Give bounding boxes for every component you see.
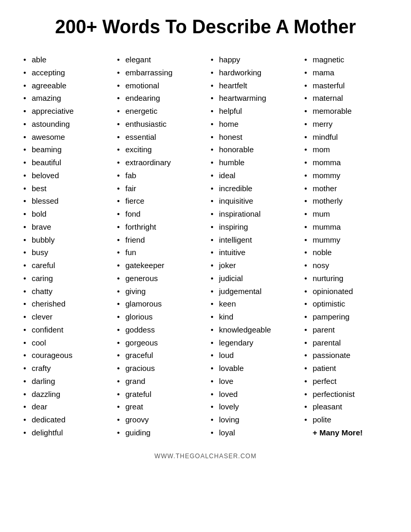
list-item: optimistic xyxy=(304,298,388,311)
word-list-col2: elegantembarrassingemotionalendearingene… xyxy=(117,54,200,440)
list-item: heartfelt xyxy=(211,79,294,92)
list-item: enthusiastic xyxy=(117,118,200,131)
list-item: forthright xyxy=(117,221,200,234)
list-item: delightful xyxy=(23,427,107,440)
word-columns: ableacceptingagreeableamazingappreciativ… xyxy=(21,54,390,440)
list-item: beaming xyxy=(23,143,107,156)
list-item: careful xyxy=(23,259,107,272)
list-item: happy xyxy=(211,54,294,66)
list-item: confident xyxy=(23,324,107,337)
page-title: 200+ Words To Describe A Mother xyxy=(21,16,390,38)
list-item: beloved xyxy=(23,169,107,182)
word-column-col2: elegantembarrassingemotionalendearingene… xyxy=(114,54,203,440)
list-item: exciting xyxy=(117,143,200,156)
list-item: chatty xyxy=(23,285,107,298)
list-item: accepting xyxy=(23,66,107,79)
list-item: extraordinary xyxy=(117,156,200,169)
list-item: mindful xyxy=(304,131,388,144)
list-item: perfectionist xyxy=(304,388,388,401)
list-item: glorious xyxy=(117,311,200,324)
list-item: embarrassing xyxy=(117,66,200,79)
list-item: pampering xyxy=(304,311,388,324)
list-item: maternal xyxy=(304,92,388,105)
list-item: gatekeeper xyxy=(117,259,200,272)
list-item: perfect xyxy=(304,375,388,388)
list-item: generous xyxy=(117,272,200,285)
word-column-col4: magneticmamamasterfulmaternalmemorableme… xyxy=(302,54,390,440)
list-item: beautiful xyxy=(23,156,107,169)
list-item: merry xyxy=(304,118,388,131)
list-item: joker xyxy=(211,259,294,272)
list-item: parental xyxy=(304,337,388,350)
word-list-col4: magneticmamamasterfulmaternalmemorableme… xyxy=(304,54,388,427)
list-item: friend xyxy=(117,234,200,247)
list-item: polite xyxy=(304,414,388,427)
list-item: parent xyxy=(304,324,388,337)
list-item: essential xyxy=(117,131,200,144)
list-item: intuitive xyxy=(211,246,294,259)
list-item: opinionated xyxy=(304,285,388,298)
list-item: memorable xyxy=(304,105,388,118)
list-item: mumma xyxy=(304,221,388,234)
list-item: goddess xyxy=(117,324,200,337)
list-item: loving xyxy=(211,414,294,427)
list-item: fair xyxy=(117,182,200,195)
list-item: glamorous xyxy=(117,298,200,311)
list-item: cool xyxy=(23,337,107,350)
word-column-col3: happyhardworkingheartfeltheartwarminghel… xyxy=(208,54,297,440)
list-item: appreciative xyxy=(23,105,107,118)
list-item: bold xyxy=(23,208,107,221)
list-item: judgemental xyxy=(211,285,294,298)
list-item: courageous xyxy=(23,349,107,362)
list-item: legendary xyxy=(211,337,294,350)
list-item: grand xyxy=(117,375,200,388)
list-item: knowledgeable xyxy=(211,324,294,337)
list-item: emotional xyxy=(117,79,200,92)
list-item: endearing xyxy=(117,92,200,105)
list-item: motherly xyxy=(304,195,388,208)
list-item: love xyxy=(211,375,294,388)
list-item: great xyxy=(117,401,200,414)
list-item: able xyxy=(23,54,107,66)
list-item: guiding xyxy=(117,427,200,440)
list-item: mommy xyxy=(304,169,388,182)
word-list-col1: ableacceptingagreeableamazingappreciativ… xyxy=(23,54,107,440)
list-item: inspiring xyxy=(211,221,294,234)
list-item: fond xyxy=(117,208,200,221)
list-item: honorable xyxy=(211,143,294,156)
list-item: inspirational xyxy=(211,208,294,221)
list-item: pleasant xyxy=(304,401,388,414)
footer-text: WWW.THEGOALCHASER.COM xyxy=(21,453,390,460)
list-item: dazzling xyxy=(23,388,107,401)
list-item: mother xyxy=(304,182,388,195)
list-item: inquisitive xyxy=(211,195,294,208)
list-item: mummy xyxy=(304,234,388,247)
list-item: caring xyxy=(23,272,107,285)
list-item: groovy xyxy=(117,414,200,427)
list-item: incredible xyxy=(211,182,294,195)
list-item: astounding xyxy=(23,118,107,131)
list-item: helpful xyxy=(211,105,294,118)
list-item: fun xyxy=(117,246,200,259)
list-item: mama xyxy=(304,66,388,79)
list-item: clever xyxy=(23,311,107,324)
list-item: fierce xyxy=(117,195,200,208)
list-item: humble xyxy=(211,156,294,169)
list-item: loyal xyxy=(211,427,294,440)
list-item: cherished xyxy=(23,298,107,311)
list-item: lovely xyxy=(211,401,294,414)
list-item: best xyxy=(23,182,107,195)
list-item: ideal xyxy=(211,169,294,182)
list-item: darling xyxy=(23,375,107,388)
list-item: fab xyxy=(117,169,200,182)
list-item: intelligent xyxy=(211,234,294,247)
list-item: crafty xyxy=(23,362,107,375)
list-item: home xyxy=(211,118,294,131)
list-item: graceful xyxy=(117,349,200,362)
list-item: energetic xyxy=(117,105,200,118)
list-item: keen xyxy=(211,298,294,311)
list-item: mum xyxy=(304,208,388,221)
list-item: passionate xyxy=(304,349,388,362)
list-item: magnetic xyxy=(304,54,388,66)
list-item: honest xyxy=(211,131,294,144)
